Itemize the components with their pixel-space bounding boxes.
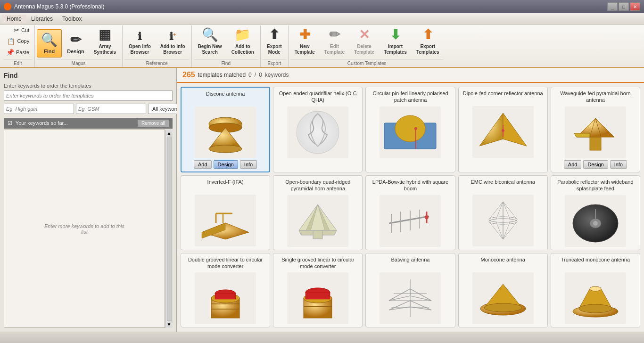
edit-template-label: EditTemplate	[324, 44, 345, 55]
antenna-image-11	[195, 272, 256, 324]
custom-templates-group-label: Custom Templates	[290, 59, 444, 67]
ribbon-group-export: ⬆ ExportMode Export	[261, 25, 289, 67]
antenna-card-11[interactable]: Double grooved linear to circular mode c…	[181, 253, 270, 328]
open-info-browser-button[interactable]: ℹ Open InfoBrowser	[124, 28, 155, 57]
antenna-card-3[interactable]: Circular pin-fed linearly polarised patc…	[365, 87, 455, 172]
find-icon: 🔍	[41, 32, 58, 48]
antenna-card-4[interactable]: Dipole-fed corner reflector antenna	[458, 87, 548, 172]
antenna-name-5: Waveguide-fed pyramidal horn antenna	[554, 90, 637, 104]
svg-rect-28	[313, 230, 322, 239]
array-synthesis-icon: ▦	[99, 27, 111, 43]
antenna-card-15[interactable]: Truncated monocone antenna	[551, 253, 640, 328]
export-mode-button[interactable]: ⬆ ExportMode	[263, 24, 286, 57]
antenna-image-12	[287, 272, 348, 324]
antenna-image-13	[380, 272, 441, 324]
main-layout: Find Enter keywords to order the templat…	[0, 68, 644, 332]
array-synthesis-button[interactable]: ▦ ArraySynthesis	[90, 24, 120, 57]
menu-libraries[interactable]: Libraries	[26, 15, 58, 23]
antenna-card-14[interactable]: Monocone antenna	[458, 253, 548, 328]
find-panel: Find Enter keywords to order the templat…	[0, 68, 177, 332]
antenna-name-14: Monocone antenna	[481, 256, 525, 270]
antenna-card-9[interactable]: EMC wire biconical antenna	[458, 175, 548, 250]
antenna-card-1[interactable]: Discone antenna	[181, 87, 270, 172]
antenna-card-12[interactable]: Single grooved linear to circular mode c…	[273, 253, 363, 328]
design-button-5[interactable]: Design	[583, 160, 608, 169]
find-button[interactable]: 🔍 Find	[37, 29, 62, 57]
export-buttons: ⬆ ExportMode	[263, 25, 286, 58]
maximize-button[interactable]: □	[619, 2, 629, 11]
antenna-image-5	[565, 106, 626, 158]
keyword-field2[interactable]	[76, 104, 146, 114]
antenna-name-4: Dipole-fed corner reflector antenna	[463, 90, 543, 103]
keyword-list-placeholder: Enter more keywords to add to this list	[44, 223, 124, 235]
antenna-name-15: Truncated monocone antenna	[561, 256, 630, 270]
cut-button[interactable]: ✂ Cut	[10, 25, 33, 35]
status-bar	[0, 332, 644, 343]
keyword-search-input[interactable]	[4, 90, 173, 101]
design-button[interactable]: ✏ Design	[63, 29, 89, 57]
card-buttons-5: Add Design Info	[564, 160, 627, 169]
ribbon-group-edit: ✂ Cut 📋 Copy 📌 Paste Edit	[1, 25, 35, 67]
svg-marker-18	[574, 133, 590, 137]
keyword-field1[interactable]	[4, 104, 74, 114]
add-info-label: Add to InfoBrowser	[160, 44, 185, 55]
export-templates-icon: ⬆	[422, 27, 433, 43]
svg-point-81	[590, 286, 601, 291]
export-group-label: Export	[263, 59, 286, 67]
add-collection-icon: 📁	[234, 27, 251, 43]
window-controls[interactable]: _ □ ✕	[607, 2, 640, 11]
antenna-card-6[interactable]: Inverted-F (IFA)	[181, 175, 270, 250]
scroll-down-arrow[interactable]: ▼	[167, 322, 172, 327]
design-button-1[interactable]: Design	[214, 160, 238, 169]
antenna-card-13[interactable]: Batwing antenna	[365, 253, 455, 328]
cut-icon: ✂	[14, 26, 19, 34]
export-templates-button[interactable]: ⬆ ExportTemplates	[412, 24, 444, 57]
antenna-card-5[interactable]: Waveguide-fed pyramidal horn antenna	[551, 87, 640, 172]
keyword-list-area: Enter more keywords to add to this list	[4, 130, 165, 328]
antenna-image-14	[472, 272, 534, 324]
find-group-buttons: 🔍 Begin NewSearch 📁 Add toCollection	[194, 25, 258, 58]
antenna-name-11: Double grooved linear to circular mode c…	[184, 256, 267, 270]
antenna-image-15	[565, 272, 626, 324]
left-panel-scrollbar[interactable]: ▲ ▼	[165, 130, 173, 328]
svg-point-39	[425, 215, 429, 219]
begin-new-search-button[interactable]: 🔍 Begin NewSearch	[194, 24, 226, 57]
edit-template-button[interactable]: ✏ EditTemplate	[320, 24, 349, 57]
add-button-5[interactable]: Add	[564, 160, 582, 169]
antenna-grid: Discone antenna	[181, 87, 640, 327]
new-template-icon: ✚	[299, 27, 310, 43]
delete-template-button[interactable]: ✕ DeleteTemplate	[350, 24, 379, 57]
keyword-hint: Enter keywords to order the templates	[4, 83, 173, 89]
find-label: Find	[44, 49, 55, 55]
new-template-button[interactable]: ✚ NewTemplate	[290, 24, 319, 57]
magus-buttons: 🔍 Find ✏ Design ▦ ArraySynthesis	[37, 25, 120, 58]
antenna-name-1: Discone antenna	[206, 90, 245, 104]
antenna-card-2[interactable]: Open-ended quadrifilar helix (O-C QHA)	[273, 87, 363, 172]
info-button-5[interactable]: Info	[610, 160, 627, 169]
remove-all-button[interactable]: Remove all	[138, 120, 169, 127]
antenna-card-7[interactable]: Open-boundary quad-ridged pyramidal horn…	[273, 175, 363, 250]
cut-label: Cut	[21, 27, 29, 33]
import-templates-button[interactable]: ⬇ ImportTemplates	[380, 24, 411, 57]
scroll-up-arrow[interactable]: ▲	[167, 131, 172, 136]
add-to-collection-button[interactable]: 📁 Add toCollection	[227, 24, 258, 57]
close-button[interactable]: ✕	[630, 2, 640, 11]
antenna-name-10: Parabolic reflector with wideband splash…	[554, 179, 637, 192]
antenna-image-4	[472, 106, 534, 158]
menu-toolbox[interactable]: Toolbox	[58, 15, 86, 23]
antenna-image-7	[287, 195, 348, 247]
menu-home[interactable]: Home	[2, 15, 26, 23]
copy-button[interactable]: 📋 Copy	[4, 36, 33, 46]
open-info-label: Open InfoBrowser	[129, 44, 151, 55]
svg-marker-69	[389, 289, 410, 301]
custom-templates-buttons: ✚ NewTemplate ✏ EditTemplate ✕ DeleteTem…	[290, 25, 444, 58]
info-button-1[interactable]: Info	[240, 160, 257, 169]
add-info-browser-button[interactable]: ℹ+ Add to InfoBrowser	[156, 28, 190, 57]
antenna-card-8[interactable]: LPDA-Bow-tie hybrid with square boom	[365, 175, 455, 250]
results-header: 265 templates matched 0 / 0 keywords	[177, 68, 644, 83]
paste-button[interactable]: 📌 Paste	[3, 48, 33, 57]
antenna-card-10[interactable]: Parabolic reflector with wideband splash…	[551, 175, 640, 250]
add-button-1[interactable]: Add	[194, 160, 212, 169]
new-search-label: Begin NewSearch	[198, 44, 222, 55]
minimize-button[interactable]: _	[607, 2, 618, 11]
